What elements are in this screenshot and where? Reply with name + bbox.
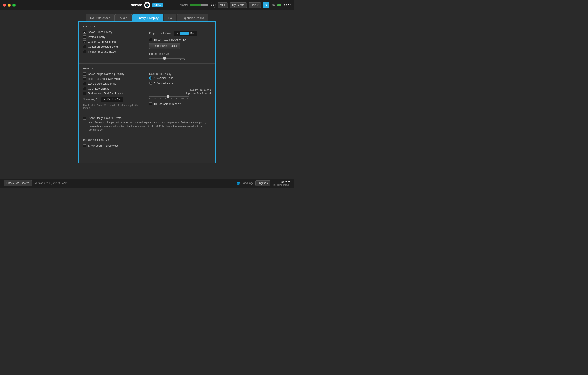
check-updates-button[interactable]: Check For Updates bbox=[4, 180, 32, 186]
usage-description: Help Serato provide you with a more pers… bbox=[89, 121, 211, 132]
show-key-label: Show Key As bbox=[83, 98, 99, 101]
library-text-size-row: Library Text Size bbox=[149, 52, 211, 55]
tab-library-display[interactable]: Library + Display bbox=[132, 14, 163, 21]
max-screen-slider-track[interactable] bbox=[149, 96, 189, 97]
tick-label-50: 50 bbox=[181, 97, 184, 100]
show-streaming-label: Show Streaming Services bbox=[88, 144, 118, 147]
display-left-col: Show Tempo Matching Display Hide Track/A… bbox=[83, 73, 145, 109]
midi-button[interactable]: MIDI bbox=[218, 2, 228, 8]
settings-button[interactable]: ⚙ bbox=[263, 2, 269, 8]
custom-crate-checkbox[interactable] bbox=[83, 40, 86, 43]
maximize-button[interactable] bbox=[12, 4, 16, 7]
slider-thumb[interactable] bbox=[163, 56, 166, 60]
hide-track-checkbox[interactable] bbox=[83, 77, 86, 81]
bpm-2-decimal-radio[interactable] bbox=[149, 82, 152, 85]
performance-pad-checkbox[interactable] bbox=[83, 92, 86, 95]
played-track-color-row: Played Track Color ▼ Blue bbox=[149, 31, 211, 36]
checkbox-row-protect-library: Protect Library bbox=[83, 35, 145, 39]
tab-dj-preferences[interactable]: DJ Preferences bbox=[85, 14, 115, 21]
show-tempo-checkbox[interactable] bbox=[83, 73, 86, 76]
tab-fx[interactable]: FX bbox=[164, 14, 177, 21]
eq-colored-checkbox[interactable] bbox=[83, 82, 86, 85]
checkbox-row-hide-track: Hide Track/Artist (AM Mode) bbox=[83, 77, 145, 81]
tick-label-10: 10 bbox=[154, 97, 156, 100]
library-text-size-slider[interactable] bbox=[149, 58, 211, 59]
bpm-2-decimal-label: 2 Decimal Places bbox=[154, 82, 175, 85]
custom-crate-label: Custom Crate Columns bbox=[88, 40, 116, 43]
version-text: Version 2.2.0 (22097) 64bit bbox=[34, 181, 66, 185]
serato-tagline: The power of music bbox=[273, 184, 290, 186]
headphone-icon[interactable] bbox=[210, 2, 216, 8]
show-itunes-checkbox[interactable] bbox=[83, 31, 86, 34]
help-button[interactable]: Help ▾ bbox=[249, 2, 261, 8]
language-dropdown[interactable]: English ▾ bbox=[255, 180, 270, 186]
protect-library-checkbox[interactable] bbox=[83, 35, 86, 39]
bpm-1-decimal-label: 1 Decimal Place bbox=[154, 76, 173, 80]
color-key-checkbox[interactable] bbox=[83, 87, 86, 90]
tab-expansion-packs-label: Expansion Packs bbox=[182, 16, 204, 20]
svg-rect-1 bbox=[211, 5, 212, 6]
gear-icon: ⚙ bbox=[264, 3, 267, 7]
hires-row: Hi-Res Screen Display bbox=[149, 102, 211, 105]
battery-bar bbox=[277, 4, 282, 6]
played-track-color-dropdown[interactable]: ▼ Blue bbox=[174, 31, 197, 36]
max-screen-line2: Updates Per Second bbox=[186, 92, 211, 95]
minimize-button[interactable] bbox=[8, 4, 11, 7]
checkbox-row-center-song: Center on Selected Song bbox=[83, 45, 145, 48]
center-song-label: Center on Selected Song bbox=[88, 45, 118, 48]
bottom-left: Check For Updates Version 2.2.0 (22097) … bbox=[4, 180, 66, 186]
tick-label-40: 40 bbox=[176, 97, 178, 100]
library-section-title: LIBRARY bbox=[83, 25, 211, 28]
send-usage-label: Send Usage Data to Serato bbox=[89, 117, 211, 120]
tick bbox=[173, 59, 173, 60]
max-screen-slider[interactable] bbox=[149, 96, 211, 97]
bpm-1-decimal-radio[interactable] bbox=[149, 76, 152, 80]
titlebar: serato DJ Pro Master MIDI My Serato Help… bbox=[0, 0, 294, 10]
performance-pad-label: Performance Pad Cue Layout bbox=[88, 92, 123, 95]
color-key-label: Color Key Display bbox=[88, 87, 109, 90]
show-itunes-label: Show iTunes Library bbox=[88, 31, 112, 34]
tick-label-60: 60 bbox=[187, 97, 189, 100]
include-subcrate-label: Include Subcrate Tracks bbox=[88, 50, 117, 53]
show-key-dropdown[interactable]: ▼ Original Tag bbox=[101, 97, 123, 102]
reset-played-tracks-button[interactable]: Reset Played Tracks bbox=[149, 43, 180, 49]
master-meter[interactable] bbox=[190, 4, 208, 6]
max-screen-slider-thumb[interactable] bbox=[167, 95, 169, 98]
max-screen-container: Maximum Screen Updates Per Second 5 10 1… bbox=[149, 88, 211, 100]
send-usage-checkbox[interactable] bbox=[83, 117, 86, 120]
my-serato-button[interactable]: My Serato bbox=[230, 2, 247, 8]
tab-audio-label: Audio bbox=[120, 16, 127, 20]
tab-expansion-packs[interactable]: Expansion Packs bbox=[177, 14, 209, 21]
tick bbox=[153, 59, 153, 60]
display-right-col: Deck BPM Display 1 Decimal Place 2 Decim… bbox=[149, 73, 211, 109]
display-section-content: Show Tempo Matching Display Hide Track/A… bbox=[83, 73, 211, 109]
include-subcrate-checkbox[interactable] bbox=[83, 50, 86, 53]
reset-played-checkbox[interactable] bbox=[149, 38, 152, 41]
center-song-checkbox[interactable] bbox=[83, 45, 86, 48]
reset-played-label: Reset Played Tracks on Exit bbox=[154, 38, 187, 41]
music-streaming-title: MUSIC STREAMING bbox=[83, 139, 211, 142]
checkbox-row-include-subcrate: Include Subcrate Tracks bbox=[83, 50, 145, 53]
tick bbox=[157, 59, 157, 60]
close-button[interactable] bbox=[3, 4, 6, 7]
battery-percent: 88% bbox=[271, 4, 276, 7]
serato-watermark: serato bbox=[281, 180, 290, 184]
battery-fill bbox=[277, 4, 281, 6]
library-text-size-label: Library Text Size bbox=[149, 52, 169, 55]
tick bbox=[184, 59, 185, 60]
key-value: Original Tag bbox=[107, 98, 121, 101]
usage-section: Send Usage Data to Serato Help Serato pr… bbox=[79, 113, 215, 135]
protect-library-label: Protect Library bbox=[88, 35, 105, 39]
dj-pro-badge: DJ Pro bbox=[152, 3, 163, 7]
checkbox-row-show-itunes: Show iTunes Library bbox=[83, 31, 145, 34]
bpm-2-decimal-row: 2 Decimal Places bbox=[149, 82, 175, 85]
max-screen-line1: Maximum Screen bbox=[190, 88, 211, 92]
tab-dj-preferences-label: DJ Preferences bbox=[90, 16, 110, 20]
slider-track[interactable] bbox=[149, 58, 185, 59]
battery-area: 88% bbox=[271, 4, 282, 7]
language-globe-icon: 🌐 bbox=[237, 181, 240, 185]
tick bbox=[180, 59, 181, 60]
show-streaming-checkbox[interactable] bbox=[83, 144, 86, 147]
tab-audio[interactable]: Audio bbox=[115, 14, 132, 21]
hires-checkbox[interactable] bbox=[149, 102, 152, 105]
